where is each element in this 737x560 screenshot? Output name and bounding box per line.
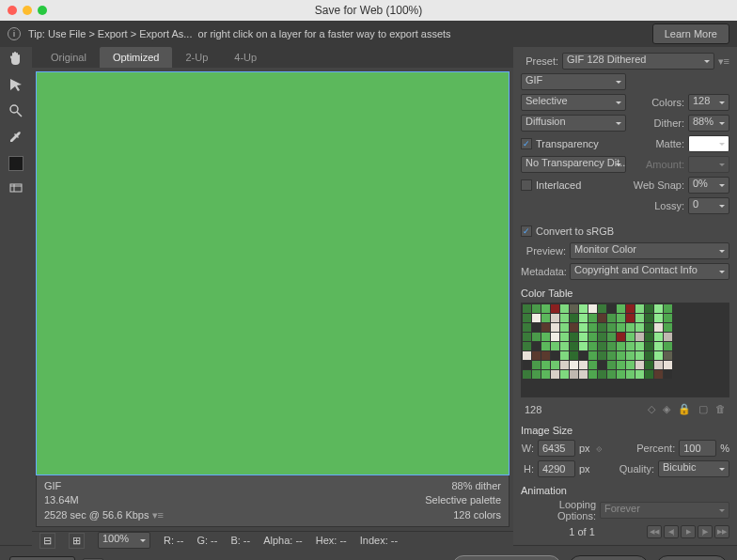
color-swatch[interactable] <box>570 304 578 313</box>
color-swatch[interactable] <box>598 314 606 322</box>
link-icon[interactable]: ⟐ <box>596 443 603 454</box>
color-swatch[interactable] <box>523 304 531 313</box>
color-swatch[interactable] <box>570 323 578 332</box>
color-swatch[interactable] <box>532 304 541 313</box>
color-swatch[interactable] <box>532 323 541 332</box>
color-swatch[interactable] <box>607 333 616 341</box>
color-swatch[interactable] <box>664 323 672 332</box>
color-swatch[interactable] <box>523 361 531 369</box>
color-swatch[interactable] <box>645 304 653 313</box>
ct-trash-icon[interactable]: 🗑 <box>715 403 726 415</box>
color-swatch[interactable] <box>645 361 653 369</box>
color-swatch[interactable] <box>598 361 606 369</box>
color-swatch[interactable] <box>570 342 578 350</box>
preset-menu-icon[interactable]: ▾≡ <box>718 55 729 68</box>
color-swatch[interactable] <box>551 370 559 379</box>
color-swatch[interactable] <box>626 333 635 341</box>
color-swatch[interactable] <box>607 314 616 322</box>
color-swatch[interactable] <box>523 314 531 322</box>
color-swatch[interactable] <box>579 342 588 350</box>
color-swatch[interactable] <box>588 304 597 313</box>
color-swatch[interactable] <box>560 370 569 379</box>
color-swatch[interactable] <box>588 314 597 322</box>
quality-select[interactable]: Bicubic <box>658 460 729 477</box>
color-swatch[interactable] <box>617 351 625 360</box>
color-swatch[interactable] <box>635 342 644 350</box>
tab-original[interactable]: Original <box>38 47 100 68</box>
dither-method-select[interactable]: Diffusion <box>521 115 626 132</box>
minimize-window-button[interactable] <box>23 6 32 15</box>
color-swatch[interactable] <box>598 304 606 313</box>
color-swatch[interactable] <box>579 333 588 341</box>
transparency-checkbox[interactable]: ✓ <box>521 138 532 149</box>
color-swatch[interactable] <box>607 323 616 332</box>
color-swatch[interactable] <box>532 351 541 360</box>
color-swatch[interactable] <box>635 361 644 369</box>
color-swatch[interactable] <box>523 342 531 350</box>
color-swatch[interactable] <box>626 304 635 313</box>
info-menu-icon[interactable]: ▾≡ <box>152 509 164 521</box>
color-swatch[interactable] <box>617 304 625 313</box>
color-swatch[interactable] <box>588 333 597 341</box>
color-swatch[interactable] <box>570 351 578 360</box>
color-swatch[interactable] <box>523 333 531 341</box>
color-swatch[interactable] <box>645 351 653 360</box>
close-window-button[interactable] <box>8 6 17 15</box>
color-swatch[interactable] <box>645 314 653 322</box>
color-swatch[interactable] <box>654 304 663 313</box>
srgb-checkbox[interactable]: ✓ <box>521 226 532 237</box>
color-swatch[interactable] <box>541 323 550 332</box>
color-swatch[interactable] <box>588 342 597 350</box>
color-swatch[interactable] <box>560 314 569 322</box>
zoom-out-icon[interactable]: ⊟ <box>39 533 55 549</box>
color-swatch[interactable] <box>588 370 597 379</box>
color-swatch[interactable] <box>635 333 644 341</box>
zoom-tool-icon[interactable] <box>8 103 24 120</box>
width-input[interactable] <box>538 440 575 457</box>
color-swatch[interactable] <box>654 370 663 379</box>
slice-tool-icon[interactable] <box>8 77 24 94</box>
color-swatch[interactable] <box>617 342 625 350</box>
color-swatch[interactable] <box>664 314 672 322</box>
color-swatch[interactable] <box>579 370 588 379</box>
color-swatch[interactable] <box>654 361 663 369</box>
color-swatch[interactable] <box>560 323 569 332</box>
color-swatch[interactable] <box>532 361 541 369</box>
color-swatch[interactable] <box>541 370 550 379</box>
color-swatch[interactable] <box>579 351 588 360</box>
color-swatch[interactable] <box>645 333 653 341</box>
color-swatch[interactable] <box>607 370 616 379</box>
color-swatch[interactable] <box>598 370 606 379</box>
color-swatch[interactable] <box>654 333 663 341</box>
color-swatch[interactable] <box>532 333 541 341</box>
color-swatch[interactable] <box>570 370 578 379</box>
color-swatch[interactable] <box>607 342 616 350</box>
color-swatch[interactable] <box>541 361 550 369</box>
color-swatch[interactable] <box>523 370 531 379</box>
color-swatch[interactable] <box>560 304 569 313</box>
color-swatch[interactable] <box>664 342 672 350</box>
color-swatch[interactable] <box>645 323 653 332</box>
color-swatch[interactable] <box>654 351 663 360</box>
color-swatch[interactable] <box>579 304 588 313</box>
ct-snap-icon[interactable]: ◇ <box>648 403 655 415</box>
color-swatch[interactable] <box>617 370 625 379</box>
slice-visibility-icon[interactable] <box>8 180 24 197</box>
color-swatch[interactable] <box>635 323 644 332</box>
color-swatch[interactable] <box>560 342 569 350</box>
color-swatch[interactable] <box>664 351 672 360</box>
tab-optimized[interactable]: Optimized <box>100 47 173 68</box>
color-swatch[interactable] <box>551 351 559 360</box>
height-input[interactable] <box>538 460 575 477</box>
color-swatch[interactable] <box>626 370 635 379</box>
color-swatch[interactable] <box>598 323 606 332</box>
color-swatch[interactable] <box>654 342 663 350</box>
format-select[interactable]: GIF <box>521 73 626 90</box>
color-swatch[interactable] <box>541 304 550 313</box>
color-swatch[interactable] <box>645 370 653 379</box>
color-swatch[interactable] <box>560 351 569 360</box>
color-swatch[interactable] <box>570 333 578 341</box>
ct-lock-icon[interactable]: 🔒 <box>678 403 691 415</box>
color-swatch[interactable] <box>532 342 541 350</box>
color-swatch[interactable] <box>617 323 625 332</box>
